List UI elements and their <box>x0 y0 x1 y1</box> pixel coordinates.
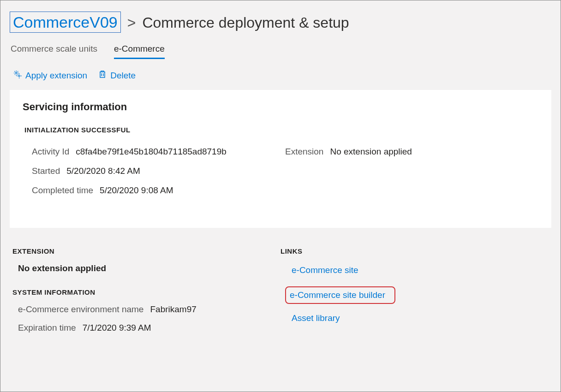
extension-section-value: No extension applied <box>12 263 280 273</box>
extension-heading: EXTENSION <box>12 247 280 255</box>
started-label: Started <box>32 166 60 176</box>
completed-time-label: Completed time <box>32 185 93 196</box>
initialization-status: INITIALIZATION SUCCESSFUL <box>23 126 538 134</box>
breadcrumb-separator: > <box>127 14 136 31</box>
breadcrumb: CommerceV09 > Commerce deployment & setu… <box>10 12 551 33</box>
expiration-value: 7/1/2020 9:39 AM <box>83 323 151 333</box>
tab-commerce-scale-units[interactable]: Commerce scale units <box>11 44 97 59</box>
trash-icon <box>98 70 107 81</box>
svg-point-0 <box>16 72 18 74</box>
breadcrumb-link[interactable]: CommerceV09 <box>10 12 121 33</box>
activity-id-value: c8fa4be79f1e45b1804b71185ad8719b <box>76 147 227 157</box>
delete-button[interactable]: Delete <box>98 70 136 81</box>
expiration-label: Expiration time <box>18 323 76 333</box>
env-name-label: e-Commerce environment name <box>18 304 143 315</box>
apply-extension-button[interactable]: Apply extension <box>13 70 87 81</box>
extension-value: No extension applied <box>330 147 412 157</box>
svg-point-1 <box>18 75 20 77</box>
gear-icon <box>13 70 22 81</box>
link-ecommerce-site[interactable]: e-Commerce site <box>289 263 361 277</box>
link-asset-library[interactable]: Asset library <box>289 311 343 325</box>
tab-e-commerce[interactable]: e-Commerce <box>114 44 165 59</box>
links-heading: LINKS <box>280 247 549 255</box>
delete-label: Delete <box>110 71 136 81</box>
env-name-value: Fabrikam97 <box>150 304 196 315</box>
servicing-card: Servicing information INITIALIZATION SUC… <box>10 90 551 228</box>
tabs: Commerce scale units e-Commerce <box>10 44 551 59</box>
servicing-title: Servicing information <box>23 101 538 113</box>
page-title: Commerce deployment & setup <box>142 14 349 31</box>
system-information-heading: SYSTEM INFORMATION <box>12 288 280 296</box>
apply-extension-label: Apply extension <box>25 71 87 81</box>
toolbar: Apply extension Delete <box>10 70 551 81</box>
extension-label: Extension <box>285 147 323 157</box>
link-ecommerce-site-builder[interactable]: e-Commerce site builder <box>285 286 395 304</box>
activity-id-label: Activity Id <box>32 147 69 157</box>
completed-time-value: 5/20/2020 9:08 AM <box>100 185 173 196</box>
started-value: 5/20/2020 8:42 AM <box>66 166 140 176</box>
